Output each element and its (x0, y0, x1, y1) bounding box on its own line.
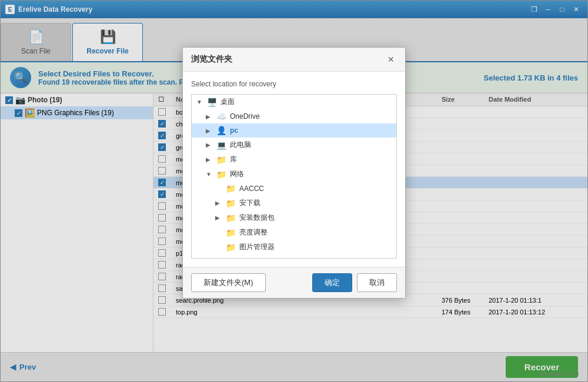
folder-label-library: 库 (230, 155, 237, 165)
folder-item-library[interactable]: ▶ 📁 库 (192, 152, 396, 167)
expand-icon: ▶ (206, 128, 213, 134)
folder-tree[interactable]: ▼ 🖥️ 桌面 ▶ ☁️ OneDrive ▶ 👤 pc (191, 94, 397, 259)
folder-icon-network: 📁 (216, 170, 226, 179)
expand-icon: ▶ (215, 200, 222, 206)
dialog-subtitle: Select location for recovery (191, 80, 397, 88)
expand-icon: ▶ (215, 215, 222, 221)
folder-label-computer: 此电脑 (230, 140, 251, 150)
folder-label-network: 网络 (230, 169, 244, 179)
new-folder-button[interactable]: 新建文件夹(M) (191, 273, 266, 292)
expand-icon: ▶ (206, 142, 213, 148)
dialog-overlay: 浏览文件夹 ✕ Select location for recovery ▼ 🖥… (0, 0, 588, 382)
folder-item-network[interactable]: ▼ 📁 网络 (192, 167, 396, 182)
folder-icon-onedrive: ☁️ (216, 112, 226, 121)
folder-item-brightness[interactable]: 📁 亮度调整 (192, 225, 396, 240)
folder-item-onedrive[interactable]: ▶ ☁️ OneDrive (192, 109, 396, 123)
folder-icon-not-uploaded: 📁 (226, 257, 236, 259)
folder-icon-pc: 👤 (216, 126, 226, 135)
folder-item-computer[interactable]: ▶ 💻 此电脑 (192, 138, 396, 152)
confirm-button[interactable]: 确定 (312, 273, 352, 292)
folder-label-aaccc: AACCC (239, 185, 264, 193)
dialog-body: Select location for recovery ▼ 🖥️ 桌面 ▶ ☁… (183, 72, 405, 267)
folder-icon-library: 📁 (216, 155, 226, 165)
folder-icon-download: 📁 (226, 199, 236, 208)
folder-icon-desktop: 🖥️ (207, 98, 217, 107)
folder-label-photo-manager: 图片管理器 (239, 242, 275, 252)
folder-item-photo-manager[interactable]: 📁 图片管理器 (192, 240, 396, 254)
dialog-header: 浏览文件夹 ✕ (183, 48, 405, 72)
dialog-footer: 新建文件夹(M) 确定 取消 (183, 267, 405, 298)
dialog-close-btn[interactable]: ✕ (385, 53, 397, 65)
folder-icon-computer: 💻 (216, 140, 226, 150)
dialog-title: 浏览文件夹 (191, 54, 232, 65)
folder-label-brightness: 亮度调整 (239, 227, 268, 237)
folder-item-install-pkg[interactable]: ▶ 📁 安装数据包 (192, 210, 396, 225)
folder-icon-photo-manager: 📁 (226, 243, 236, 252)
cancel-button[interactable]: 取消 (357, 273, 397, 292)
browse-folder-dialog: 浏览文件夹 ✕ Select location for recovery ▼ 🖥… (182, 47, 406, 299)
folder-item-not-uploaded[interactable]: ▶ 📁 未上传 (192, 254, 396, 259)
expand-icon: ▶ (206, 156, 213, 163)
folder-label-pc: pc (230, 126, 238, 135)
folder-label-onedrive: OneDrive (230, 112, 260, 120)
folder-label-download: 安下载 (239, 198, 260, 208)
expand-icon: ▶ (206, 113, 213, 120)
folder-item-download[interactable]: ▶ 📁 安下载 (192, 196, 396, 210)
expand-icon: ▼ (206, 171, 213, 177)
folder-icon-aaccc: 📁 (226, 184, 236, 193)
folder-item-pc[interactable]: ▶ 👤 pc (192, 123, 396, 138)
folder-label-desktop: 桌面 (220, 97, 235, 107)
folder-item-aaccc[interactable]: 📁 AACCC (192, 182, 396, 196)
expand-icon: ▼ (196, 99, 203, 105)
folder-item-desktop[interactable]: ▼ 🖥️ 桌面 (192, 95, 396, 109)
folder-icon-brightness: 📁 (226, 228, 236, 237)
folder-label-install-pkg: 安装数据包 (239, 213, 275, 223)
folder-label-not-uploaded: 未上传 (239, 257, 260, 259)
folder-icon-install-pkg: 📁 (226, 213, 236, 223)
